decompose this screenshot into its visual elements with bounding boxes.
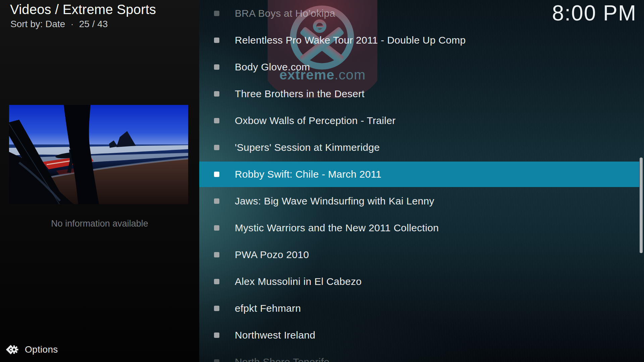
list-item-label: Mystic Warriors and the New 2011 Collect…	[235, 222, 439, 234]
item-count: 25 / 43	[79, 19, 108, 29]
page-title: Videos / Extreme Sports	[10, 2, 156, 17]
separator-dot: ·	[70, 19, 73, 29]
list-scrollbar-thumb[interactable]	[640, 158, 643, 253]
bullet-icon	[214, 279, 219, 284]
list-item[interactable]: Body Glove.com	[199, 54, 639, 80]
list-item[interactable]: Oxbow Walls of Perception - Trailer	[199, 107, 639, 134]
list-item-label: Oxbow Walls of Perception - Trailer	[235, 115, 396, 126]
bullet-icon	[214, 118, 219, 123]
bullet-icon	[214, 11, 219, 16]
list-item-label: efpkt Fehmarn	[235, 303, 301, 314]
list-item-label: 'Supers' Session at Kimmeridge	[235, 142, 380, 153]
list-item-label: PWA Pozo 2010	[235, 249, 309, 260]
list-item[interactable]: efpkt Fehmarn	[199, 295, 639, 322]
options-gear-chevron-icon	[5, 343, 19, 357]
bullet-icon	[214, 225, 219, 231]
list-item[interactable]: Mystic Warriors and the New 2011 Collect…	[199, 215, 639, 241]
list-item-label: BRA Boys at Ho’okipa	[235, 8, 335, 19]
list-item-selected[interactable]: Robby Swift: Chile - March 2011	[199, 162, 639, 187]
list-item-label: Jaws: Big Wave Windsurfing with Kai Lenn…	[235, 195, 434, 207]
info-sidebar: Videos / Extreme Sports Sort by: Date · …	[0, 0, 199, 362]
bullet-icon	[214, 91, 219, 97]
list-item-label: Three Brothers in the Desert	[235, 88, 365, 100]
list-item-label: Robby Swift: Chile - March 2011	[235, 169, 381, 180]
bullet-icon	[214, 172, 219, 177]
list-item[interactable]: North Shore Tenerife	[199, 349, 639, 362]
list-item[interactable]: Relentless Pro Wake Tour 2011 - Double U…	[199, 27, 639, 54]
sort-by-label[interactable]: Sort by: Date	[10, 19, 65, 29]
bullet-icon	[214, 145, 219, 150]
list-item-label: Northwest Ireland	[235, 329, 315, 341]
list-item[interactable]: Jaws: Big Wave Windsurfing with Kai Lenn…	[199, 188, 639, 215]
bullet-icon	[214, 38, 219, 43]
list-item[interactable]: Alex Mussolini in El Cabezo	[199, 268, 639, 295]
list-item[interactable]: 'Supers' Session at Kimmeridge	[199, 134, 639, 161]
list-item-label: Alex Mussolini in El Cabezo	[235, 276, 362, 287]
list-item-label: Relentless Pro Wake Tour 2011 - Double U…	[235, 35, 466, 46]
bullet-icon	[214, 252, 219, 257]
list-item[interactable]: PWA Pozo 2010	[199, 241, 639, 268]
bullet-icon	[214, 64, 219, 70]
no-information-text: No information available	[0, 219, 199, 229]
bullet-icon	[214, 333, 219, 338]
list-item[interactable]: Three Brothers in the Desert	[199, 80, 639, 107]
bullet-icon	[214, 306, 219, 311]
options-button[interactable]: Options	[5, 343, 58, 357]
list-item-label: North Shore Tenerife	[235, 356, 329, 362]
bullet-icon	[214, 359, 219, 362]
sort-status-line: Sort by: Date · 25 / 43	[10, 19, 108, 29]
bullet-icon	[214, 198, 219, 204]
list-item-label: Body Glove.com	[235, 61, 310, 73]
video-thumbnail	[9, 105, 188, 204]
list-item[interactable]: Northwest Ireland	[199, 322, 639, 349]
video-list-panel: extreme.com BRA Boys at Ho’okipa Relentl…	[199, 0, 644, 362]
kodi-video-list-screen: extreme.com BRA Boys at Ho’okipa Relentl…	[0, 0, 644, 362]
clock-display: 8:00 PM	[552, 1, 637, 25]
options-label: Options	[25, 344, 58, 355]
